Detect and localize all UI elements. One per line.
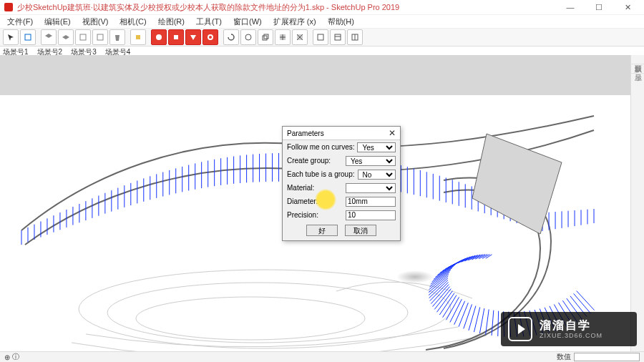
svg-rect-13 <box>335 34 341 40</box>
tool-rec3-icon[interactable] <box>185 29 201 45</box>
watermark-url: ZIXUE.3D66.COM <box>540 332 602 339</box>
svg-line-140 <box>434 289 451 310</box>
dialog-close-icon[interactable]: ✕ <box>389 128 396 138</box>
svg-rect-9 <box>264 34 268 39</box>
param-label: Diameter: <box>287 197 343 205</box>
play-icon <box>508 317 532 341</box>
svg-rect-8 <box>263 36 267 40</box>
tool-sheet2-icon[interactable] <box>92 29 108 45</box>
tool-rec4-icon[interactable] <box>203 29 218 45</box>
minimize-button[interactable]: — <box>558 0 582 14</box>
svg-rect-3 <box>136 35 140 39</box>
svg-rect-2 <box>97 34 103 40</box>
watermark-title: 溜溜自学 <box>540 319 602 332</box>
dialog-titlebar[interactable]: Parameters ✕ <box>283 127 400 140</box>
svg-line-134 <box>454 301 465 325</box>
window-title: 少校SketchUp建筑班·以建筑实体及少校授权或少校本人获取的除款文件地址的分… <box>17 2 399 13</box>
tool-arrow-icon[interactable] <box>3 29 19 45</box>
svg-line-139 <box>436 291 452 313</box>
menu-view[interactable]: 视图(V) <box>78 16 113 28</box>
svg-point-7 <box>245 34 251 40</box>
status-bar: ⊕ ⓘ 数值 <box>0 351 644 362</box>
dialog-title: Parameters <box>287 129 324 137</box>
svg-line-151 <box>434 266 454 279</box>
tool-win3-icon[interactable] <box>347 29 363 45</box>
tool-cube-icon[interactable] <box>258 29 273 45</box>
menu-window[interactable]: 窗口(W) <box>229 16 266 28</box>
svg-line-150 <box>432 268 452 282</box>
toolbar <box>0 29 644 47</box>
measurement-label: 数值 <box>557 352 571 362</box>
menu-tools[interactable]: 工具(T) <box>192 16 226 28</box>
tool-win2-icon[interactable] <box>330 29 346 45</box>
tool-sheet-icon[interactable] <box>75 29 91 45</box>
precision-input[interactable] <box>346 210 396 220</box>
diameter-input[interactable] <box>346 197 396 207</box>
tool-rec2-icon[interactable] <box>168 29 184 45</box>
tool-box-icon[interactable] <box>130 29 146 45</box>
ok-button[interactable]: 好 <box>306 225 338 236</box>
svg-line-160 <box>458 256 473 263</box>
menubar: 文件(F) 编辑(E) 视图(V) 相机(C) 绘图(R) 工具(T) 窗口(W… <box>0 15 644 29</box>
svg-line-126 <box>498 311 499 336</box>
status-icon[interactable]: ⓘ <box>12 352 19 362</box>
each-tube-group-select[interactable]: No <box>358 170 396 180</box>
menu-draw[interactable]: 绘图(R) <box>154 16 189 28</box>
menu-edit[interactable]: 编辑(E) <box>40 16 75 28</box>
svg-point-6 <box>208 35 213 39</box>
tool-win1-icon[interactable] <box>313 29 328 45</box>
material-select[interactable] <box>346 183 396 193</box>
maximize-button[interactable]: ☐ <box>587 0 611 14</box>
menu-help[interactable]: 帮助(H) <box>323 16 358 28</box>
svg-line-130 <box>474 307 479 332</box>
close-button[interactable]: ✕ <box>615 0 640 14</box>
app-icon <box>4 3 13 11</box>
cancel-button[interactable]: 取消 <box>345 225 376 236</box>
menu-file[interactable]: 文件(F) <box>3 16 37 28</box>
svg-point-4 <box>156 34 162 40</box>
parameters-dialog: Parameters ✕ Follow me on curves: Yes Cr… <box>282 126 401 241</box>
menu-camera[interactable]: 相机(C) <box>115 16 150 28</box>
svg-point-16 <box>107 283 408 343</box>
tool-rec1-icon[interactable] <box>151 29 167 45</box>
tool-pattern2-icon[interactable] <box>292 29 308 45</box>
svg-line-132 <box>464 304 472 328</box>
svg-line-133 <box>459 303 468 327</box>
status-icon[interactable]: ⊕ <box>4 353 10 361</box>
tool-layers2-icon[interactable] <box>58 29 74 45</box>
tool-circle-icon[interactable] <box>240 29 256 45</box>
svg-marker-169 <box>472 134 562 234</box>
svg-rect-12 <box>318 34 323 40</box>
follow-curves-select[interactable]: Yes <box>357 142 396 152</box>
tool-pattern1-icon[interactable] <box>275 29 291 45</box>
tool-layers-icon[interactable] <box>41 29 57 45</box>
titlebar: 少校SketchUp建筑班·以建筑实体及少校授权或少校本人获取的除款文件地址的分… <box>0 0 644 15</box>
tool-refresh-icon[interactable] <box>223 29 239 45</box>
measurement-input[interactable] <box>574 353 640 361</box>
create-group-select[interactable]: Yes <box>346 156 396 166</box>
svg-point-17 <box>136 297 365 340</box>
svg-point-18 <box>396 270 434 283</box>
svg-line-131 <box>469 306 476 331</box>
svg-rect-0 <box>25 34 31 40</box>
side-tab[interactable]: 默认面板 <box>631 55 644 64</box>
param-label: Each tube is a group: <box>287 170 355 178</box>
svg-rect-5 <box>174 35 178 39</box>
svg-line-129 <box>479 308 484 333</box>
side-tray[interactable]: 默认面板 显示 <box>630 55 644 352</box>
param-label: Precision: <box>287 211 343 219</box>
watermark: 溜溜自学 ZIXUE.3D66.COM <box>501 312 637 346</box>
tool-warp-icon[interactable] <box>20 29 36 45</box>
svg-rect-1 <box>80 34 86 40</box>
param-label: Create group: <box>287 157 343 165</box>
param-label: Follow me on curves: <box>287 143 354 151</box>
side-tab[interactable]: 显示 <box>631 64 644 74</box>
param-label: Material: <box>287 184 343 192</box>
tool-trash-icon[interactable] <box>109 29 125 45</box>
menu-extensions[interactable]: 扩展程序 (x) <box>269 16 321 28</box>
